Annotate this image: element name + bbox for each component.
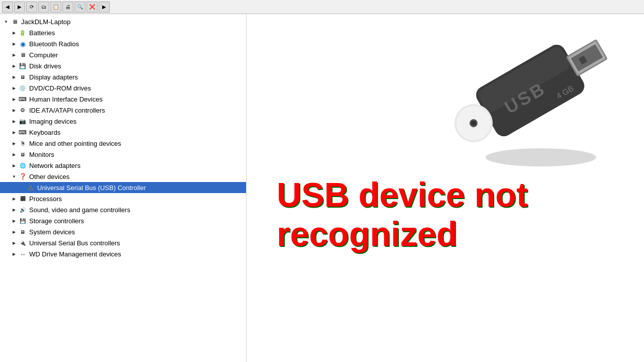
bluetooth-icon bbox=[18, 39, 27, 48]
keyboards-expander[interactable] bbox=[10, 128, 18, 136]
processors-icon bbox=[18, 194, 27, 203]
display-label: Display adapters bbox=[29, 73, 78, 81]
mice-expander[interactable] bbox=[10, 139, 18, 147]
root-label: JackDLM-Laptop bbox=[21, 18, 70, 26]
sound-label: Sound, video and game controllers bbox=[29, 206, 130, 214]
disk-label: Disk drives bbox=[29, 62, 61, 70]
tree-item-system[interactable]: System devices bbox=[0, 226, 246, 237]
error-message: USB device not recognized bbox=[277, 175, 634, 253]
system-expander[interactable] bbox=[10, 228, 18, 236]
tree-item-hid[interactable]: Human Interface Devices bbox=[0, 94, 246, 105]
imaging-label: Imaging devices bbox=[29, 118, 76, 125]
storage-icon bbox=[18, 216, 27, 225]
monitors-expander[interactable] bbox=[10, 150, 18, 158]
dvd-label: DVD/CD-ROM drives bbox=[29, 84, 91, 92]
hid-icon bbox=[18, 95, 27, 104]
tree-item-display[interactable]: Display adapters bbox=[0, 71, 246, 82]
main-area: JackDLM-Laptop Batteries Bluetooth Radio… bbox=[0, 14, 644, 362]
toolbar: ◀ ▶ ⟳ 🗂 📋 🖨 🔍 ❌ ▶ bbox=[0, 0, 644, 14]
batteries-expander[interactable] bbox=[10, 29, 18, 37]
dvd-expander[interactable] bbox=[10, 84, 18, 92]
imaging-expander[interactable] bbox=[10, 117, 18, 125]
sound-expander[interactable] bbox=[10, 206, 18, 214]
usb-ctrl-label: Universal Serial Bus (USB) Controller bbox=[37, 184, 146, 192]
computer-expander[interactable] bbox=[10, 51, 18, 59]
device-tree[interactable]: JackDLM-Laptop Batteries Bluetooth Radio… bbox=[0, 14, 247, 362]
wd-expander[interactable] bbox=[10, 250, 18, 258]
sound-icon bbox=[18, 205, 27, 214]
tree-item-bluetooth[interactable]: Bluetooth Radios bbox=[0, 38, 246, 49]
display-icon bbox=[18, 72, 27, 81]
toolbar-btn2[interactable]: 📋 bbox=[50, 2, 61, 13]
toolbar-remove[interactable]: ❌ bbox=[87, 2, 98, 13]
tree-item-monitors[interactable]: Monitors bbox=[0, 149, 246, 160]
imaging-icon bbox=[18, 117, 27, 126]
bluetooth-expander[interactable] bbox=[10, 40, 18, 48]
tree-root[interactable]: JackDLM-Laptop bbox=[0, 16, 246, 27]
usb-expander[interactable] bbox=[10, 239, 18, 247]
usb-illustration: USB 4 GB bbox=[453, 19, 624, 170]
dvd-icon bbox=[18, 83, 27, 93]
display-expander[interactable] bbox=[10, 73, 18, 81]
monitors-label: Monitors bbox=[29, 151, 54, 158]
toolbar-forward[interactable]: ▶ bbox=[14, 2, 25, 13]
tree-item-disk[interactable]: Disk drives bbox=[0, 60, 246, 71]
processors-expander[interactable] bbox=[10, 195, 18, 203]
tree-item-ide[interactable]: IDE ATA/ATAPI controllers bbox=[0, 105, 246, 116]
tree-item-network[interactable]: Network adapters bbox=[0, 160, 246, 171]
other-icon bbox=[18, 172, 27, 181]
toolbar-properties[interactable]: 🗂 bbox=[38, 2, 49, 13]
tree-item-imaging[interactable]: Imaging devices bbox=[0, 116, 246, 127]
tree-item-usb-ctrl[interactable]: Universal Serial Bus controllers bbox=[0, 237, 246, 248]
toolbar-btn3[interactable]: 🖨 bbox=[62, 2, 73, 13]
hid-label: Human Interface Devices bbox=[29, 96, 103, 103]
usb-label: Universal Serial Bus controllers bbox=[29, 239, 120, 247]
other-expander[interactable] bbox=[10, 172, 18, 180]
toolbar-refresh[interactable]: ⟳ bbox=[26, 2, 37, 13]
toolbar-play[interactable]: ▶ bbox=[99, 2, 110, 13]
other-label: Other devices bbox=[29, 173, 69, 180]
usb-icon bbox=[18, 238, 27, 247]
usb-ctrl-expander bbox=[18, 184, 26, 192]
tree-item-usb-controller[interactable]: Universal Serial Bus (USB) Controller bbox=[0, 182, 246, 193]
tree-item-storage[interactable]: Storage controllers bbox=[0, 215, 246, 226]
usb-ctrl-icon bbox=[26, 183, 35, 192]
batteries-label: Batteries bbox=[29, 29, 55, 37]
disk-expander[interactable] bbox=[10, 62, 18, 70]
storage-expander[interactable] bbox=[10, 217, 18, 225]
error-line2: recognized bbox=[277, 214, 634, 253]
toolbar-back[interactable]: ◀ bbox=[2, 2, 13, 13]
tree-item-processors[interactable]: Processors bbox=[0, 193, 246, 204]
tree-item-sound[interactable]: Sound, video and game controllers bbox=[0, 204, 246, 215]
storage-label: Storage controllers bbox=[29, 217, 84, 225]
computer-label: Computer bbox=[29, 51, 58, 59]
tree-item-other[interactable]: Other devices bbox=[0, 171, 246, 182]
tree-item-dvd[interactable]: DVD/CD-ROM drives bbox=[0, 82, 246, 94]
tree-item-keyboards[interactable]: Keyboards bbox=[0, 127, 246, 138]
keyboards-label: Keyboards bbox=[29, 129, 60, 136]
system-label: System devices bbox=[29, 228, 75, 236]
ide-label: IDE ATA/ATAPI controllers bbox=[29, 107, 105, 114]
processors-label: Processors bbox=[29, 195, 62, 203]
monitors-icon bbox=[18, 150, 27, 159]
tree-item-computer[interactable]: Computer bbox=[0, 49, 246, 60]
hid-expander[interactable] bbox=[10, 95, 18, 103]
ide-expander[interactable] bbox=[10, 106, 18, 114]
system-icon bbox=[18, 227, 27, 236]
tree-item-batteries[interactable]: Batteries bbox=[0, 27, 246, 38]
error-line1: USB device not bbox=[277, 175, 634, 214]
root-expander[interactable] bbox=[2, 18, 10, 26]
svg-point-0 bbox=[486, 148, 596, 166]
disk-icon bbox=[18, 61, 27, 70]
wd-icon bbox=[18, 249, 27, 258]
ide-icon bbox=[18, 106, 27, 115]
right-panel: USB 4 GB bbox=[247, 14, 644, 362]
bluetooth-label: Bluetooth Radios bbox=[29, 40, 79, 48]
network-expander[interactable] bbox=[10, 161, 18, 169]
network-label: Network adapters bbox=[29, 162, 80, 169]
keyboards-icon bbox=[18, 128, 27, 137]
tree-item-mice[interactable]: Mice and other pointing devices bbox=[0, 138, 246, 149]
wd-label: WD Drive Management devices bbox=[29, 250, 121, 258]
toolbar-search[interactable]: 🔍 bbox=[74, 2, 86, 13]
tree-item-wd[interactable]: WD Drive Management devices bbox=[0, 248, 246, 259]
